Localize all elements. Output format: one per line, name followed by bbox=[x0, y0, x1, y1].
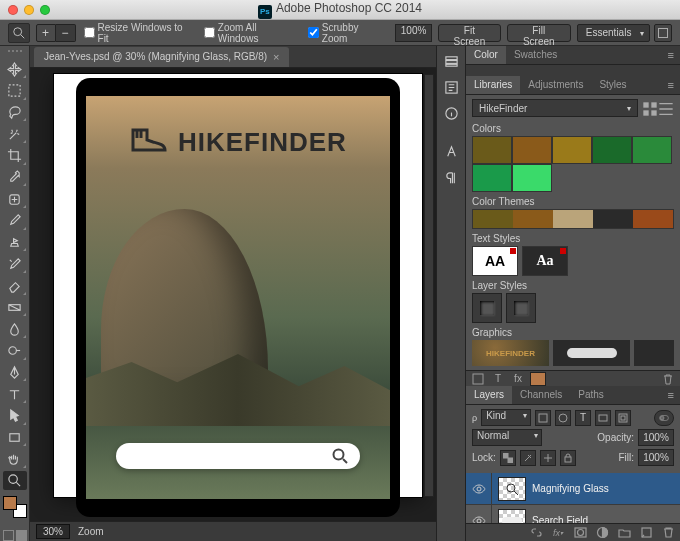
eraser-tool[interactable] bbox=[3, 276, 27, 296]
opacity-field[interactable] bbox=[638, 429, 674, 446]
history-panel-icon[interactable] bbox=[439, 50, 463, 72]
trash-icon[interactable] bbox=[660, 372, 676, 386]
add-layer-style-icon[interactable]: fx bbox=[510, 372, 526, 386]
layer-thumbnail[interactable] bbox=[498, 509, 526, 524]
grid-view-icon[interactable] bbox=[642, 101, 658, 117]
add-graphic-icon[interactable] bbox=[470, 372, 486, 386]
filter-smart-icon[interactable] bbox=[615, 410, 631, 426]
layer-row[interactable]: Search Field bbox=[466, 505, 680, 523]
canvas[interactable]: HIKEFINDER bbox=[54, 74, 422, 497]
info-panel-icon[interactable] bbox=[439, 102, 463, 124]
tab-libraries[interactable]: Libraries bbox=[466, 76, 520, 94]
group-icon[interactable] bbox=[616, 525, 632, 541]
graphic-item[interactable] bbox=[553, 340, 630, 366]
zoom-status-field[interactable]: 30% bbox=[36, 524, 70, 539]
workspace-dropdown[interactable]: Essentials bbox=[577, 24, 651, 42]
minimize-window-button[interactable] bbox=[24, 5, 34, 15]
color-swatch[interactable] bbox=[632, 136, 672, 164]
path-selection-tool[interactable] bbox=[3, 406, 27, 426]
filter-type-icon[interactable]: T bbox=[575, 410, 591, 426]
eyedropper-tool[interactable] bbox=[3, 168, 27, 188]
color-theme[interactable] bbox=[472, 209, 674, 229]
properties-panel-icon[interactable] bbox=[439, 76, 463, 98]
move-tool[interactable] bbox=[3, 59, 27, 79]
type-tool[interactable] bbox=[3, 384, 27, 404]
list-view-icon[interactable] bbox=[658, 101, 674, 117]
new-layer-icon[interactable] bbox=[638, 525, 654, 541]
lock-pixels-icon[interactable] bbox=[520, 450, 536, 466]
tab-swatches[interactable]: Swatches bbox=[506, 46, 565, 64]
foreground-color-swatch[interactable] bbox=[3, 496, 17, 510]
close-window-button[interactable] bbox=[8, 5, 18, 15]
tab-color[interactable]: Color bbox=[466, 46, 506, 64]
add-color-icon[interactable] bbox=[530, 372, 546, 386]
magic-wand-tool[interactable] bbox=[3, 124, 27, 144]
tab-layers[interactable]: Layers bbox=[466, 386, 512, 404]
filter-toggle-switch[interactable] bbox=[654, 410, 674, 426]
character-panel-icon[interactable] bbox=[439, 140, 463, 162]
tab-styles[interactable]: Styles bbox=[591, 76, 634, 94]
quick-mask-icon[interactable] bbox=[16, 530, 27, 541]
fit-screen-button[interactable]: Fit Screen bbox=[438, 24, 501, 42]
layers-panel-menu-icon[interactable]: ≡ bbox=[662, 386, 680, 404]
color-swatch[interactable] bbox=[472, 164, 512, 192]
visibility-toggle-icon[interactable] bbox=[466, 505, 492, 523]
color-swatch[interactable] bbox=[512, 136, 552, 164]
marquee-tool[interactable] bbox=[3, 81, 27, 101]
zoom-100-button[interactable]: 100% bbox=[395, 24, 432, 42]
rectangle-tool[interactable] bbox=[3, 428, 27, 448]
visibility-toggle-icon[interactable] bbox=[466, 473, 492, 504]
zoom-tool[interactable] bbox=[3, 471, 27, 491]
text-style-item[interactable]: Aa bbox=[522, 246, 568, 276]
tab-adjustments[interactable]: Adjustments bbox=[520, 76, 591, 94]
layer-thumbnail[interactable] bbox=[498, 477, 526, 501]
tab-paths[interactable]: Paths bbox=[570, 386, 612, 404]
brush-tool[interactable] bbox=[3, 211, 27, 231]
lasso-tool[interactable] bbox=[3, 103, 27, 123]
blend-mode-dropdown[interactable]: Normal bbox=[472, 429, 542, 446]
scrubby-zoom-checkbox[interactable]: Scrubby Zoom bbox=[308, 22, 385, 44]
zoom-all-checkbox[interactable]: Zoom All Windows bbox=[204, 22, 298, 44]
graphic-item[interactable] bbox=[634, 340, 674, 366]
tab-channels[interactable]: Channels bbox=[512, 386, 570, 404]
layer-style-item[interactable] bbox=[472, 293, 502, 323]
clone-stamp-tool[interactable] bbox=[3, 233, 27, 253]
graphic-item[interactable]: HIKEFINDER bbox=[472, 340, 549, 366]
color-swatch[interactable] bbox=[592, 136, 632, 164]
close-document-icon[interactable]: × bbox=[273, 47, 279, 67]
zoom-in-button[interactable]: + bbox=[36, 24, 56, 42]
layer-name[interactable]: Magnifying Glass bbox=[532, 483, 609, 494]
hand-tool[interactable] bbox=[3, 449, 27, 469]
fill-screen-button[interactable]: Fill Screen bbox=[507, 24, 571, 42]
color-swatches[interactable] bbox=[3, 496, 27, 517]
pen-tool[interactable] bbox=[3, 363, 27, 383]
link-layers-icon[interactable] bbox=[528, 525, 544, 541]
layer-style-item[interactable] bbox=[506, 293, 536, 323]
layer-row[interactable]: Magnifying Glass bbox=[466, 473, 680, 505]
fill-field[interactable] bbox=[638, 449, 674, 466]
text-style-item[interactable]: AA bbox=[472, 246, 518, 276]
layer-style-icon[interactable]: fx▾ bbox=[550, 525, 566, 541]
resize-windows-checkbox[interactable]: Resize Windows to Fit bbox=[84, 22, 194, 44]
healing-brush-tool[interactable] bbox=[3, 189, 27, 209]
color-panel-menu-icon[interactable]: ≡ bbox=[662, 46, 680, 64]
color-swatch[interactable] bbox=[552, 136, 592, 164]
canvas-viewport[interactable]: HIKEFINDER bbox=[30, 68, 436, 521]
zoom-window-button[interactable] bbox=[40, 5, 50, 15]
paragraph-panel-icon[interactable] bbox=[439, 166, 463, 188]
vertical-scrollbar[interactable] bbox=[424, 74, 434, 497]
filter-pixel-icon[interactable] bbox=[535, 410, 551, 426]
gradient-tool[interactable] bbox=[3, 298, 27, 318]
filter-adjustment-icon[interactable] bbox=[555, 410, 571, 426]
add-text-style-icon[interactable]: T bbox=[490, 372, 506, 386]
history-brush-tool[interactable] bbox=[3, 254, 27, 274]
lock-position-icon[interactable] bbox=[540, 450, 556, 466]
frame-toggle-button[interactable] bbox=[654, 24, 672, 42]
color-swatch[interactable] bbox=[472, 136, 512, 164]
layer-filter-dropdown[interactable]: Kind bbox=[481, 409, 531, 426]
lock-transparency-icon[interactable] bbox=[500, 450, 516, 466]
layer-name[interactable]: Search Field bbox=[532, 515, 588, 523]
library-dropdown[interactable]: HikeFinder bbox=[472, 99, 638, 117]
delete-layer-icon[interactable] bbox=[660, 525, 676, 541]
adjustment-layer-icon[interactable] bbox=[594, 525, 610, 541]
